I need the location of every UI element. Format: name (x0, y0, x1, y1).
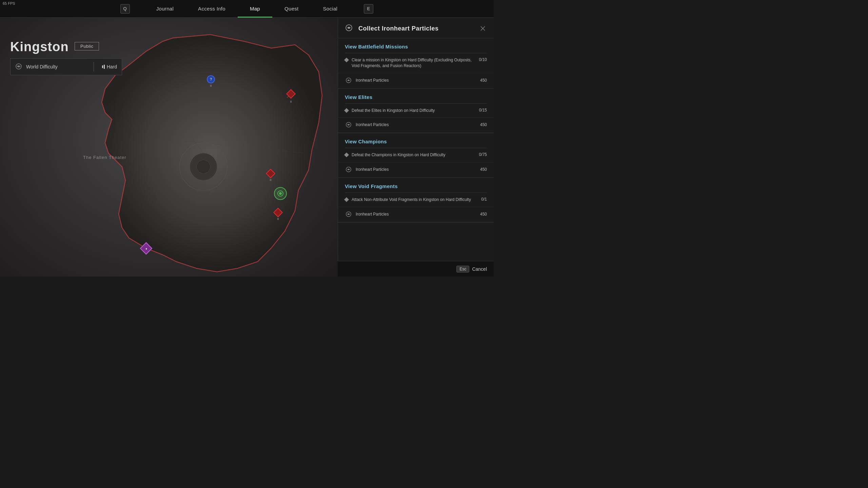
panel-header: Collect Ironheart Particles (338, 18, 494, 38)
reward-icon (345, 166, 352, 173)
mission-item-champions-0: Defeat the Champions in Kingston on Hard… (338, 148, 494, 162)
reward-icon (345, 121, 352, 128)
reward-icon (345, 210, 352, 218)
svg-point-15 (348, 169, 349, 170)
mission-text: Defeat the Elites in Kingston on Hard Di… (352, 108, 473, 114)
bottom-bar: Esc Cancel (338, 261, 494, 277)
access-info-label: Access Info (198, 6, 225, 12)
section-header-battlefield[interactable]: View Battlefield Missions (338, 38, 494, 53)
nav-tab-access-info[interactable]: Access Info (186, 0, 238, 18)
social-label: Social (323, 6, 338, 12)
mission-diamond-icon (344, 197, 349, 202)
nav-tab-quest[interactable]: Quest (272, 0, 311, 18)
reward-row-void-fragments-0: Ironheart Particles450 (338, 207, 494, 222)
section-title-champions: View Champions (345, 139, 387, 144)
section-title-void-fragments: View Void Fragments (345, 183, 398, 189)
section-elites: View ElitesDefeat the Elites in Kingston… (338, 89, 494, 134)
panel-close-button[interactable] (479, 24, 487, 33)
section-void-fragments: View Void FragmentsAttack Non-Attribute … (338, 178, 494, 223)
reward-row-champions-0: Ironheart Particles450 (338, 162, 494, 178)
mission-item-battlefield-0: Clear a mission in Kingston on Hard Diff… (338, 53, 494, 73)
cancel-label[interactable]: Cancel (472, 266, 487, 272)
reward-name: Ironheart Particles (356, 122, 477, 127)
reward-row-battlefield-0: Ironheart Particles450 (338, 73, 494, 88)
section-title-battlefield: View Battlefield Missions (345, 44, 408, 49)
nav-tabs: Q Journal Access Info Map Quest Social E (108, 0, 386, 18)
difficulty-divider (94, 62, 94, 72)
reward-amount: 450 (480, 167, 487, 172)
location-badge[interactable]: Public (75, 42, 99, 50)
reward-amount: 450 (480, 122, 487, 127)
location-name: Kingston (10, 40, 69, 54)
reward-row-elites-0: Ironheart Particles450 (338, 118, 494, 133)
panel-title: Collect Ironheart Particles (358, 25, 439, 32)
nav-tab-map[interactable]: Map (238, 0, 272, 18)
map-marker-blue[interactable]: ? II (207, 75, 215, 87)
esc-key[interactable]: Esc (456, 266, 469, 272)
world-difficulty-label: World Difficulty (26, 64, 90, 69)
svg-point-9 (348, 27, 350, 29)
mission-item-void-fragments-0: Attack Non-Attribute Void Fragments in K… (338, 193, 494, 207)
reward-name: Ironheart Particles (356, 78, 477, 83)
section-header-champions[interactable]: View Champions (338, 133, 494, 148)
map-background (0, 18, 338, 277)
map-marker-red-3[interactable]: II (275, 209, 281, 221)
map-area[interactable]: Kingston Public World Difficulty Hard Th… (0, 18, 338, 277)
map-marker-red-1[interactable]: II (288, 90, 294, 103)
world-difficulty-icon (15, 63, 23, 70)
nav-tab-social[interactable]: Social (311, 0, 350, 18)
mission-text: Defeat the Champions in Kingston on Hard… (352, 152, 473, 158)
reward-amount: 450 (480, 78, 487, 83)
panel-header-icon (345, 24, 354, 33)
mission-diamond-icon (344, 108, 349, 113)
section-header-void-fragments[interactable]: View Void Fragments (338, 178, 494, 192)
top-nav-bar: 65 FPS Q Journal Access Info Map Quest S… (0, 0, 494, 18)
nav-tab-journal[interactable]: Journal (144, 0, 186, 18)
world-difficulty-value: Hard (97, 64, 117, 69)
reward-icon (345, 77, 352, 84)
difficulty-value-text: Hard (107, 64, 117, 69)
nav-tab-e-key[interactable]: E (350, 0, 386, 18)
section-header-elites[interactable]: View Elites (338, 89, 494, 103)
mission-item-elites-0: Defeat the Elites in Kingston on Hard Di… (338, 104, 494, 118)
mission-progress: 0/15 (476, 108, 487, 113)
e-key-icon: E (364, 4, 373, 14)
reward-amount: 450 (480, 212, 487, 217)
section-battlefield: View Battlefield MissionsClear a mission… (338, 38, 494, 89)
q-key-icon: Q (120, 4, 130, 14)
mission-text: Attack Non-Attribute Void Fragments in K… (352, 197, 475, 203)
right-panel: Collect Ironheart Particles View Battlef… (338, 18, 494, 261)
mission-text: Clear a mission in Kingston on Hard Diff… (352, 57, 473, 69)
svg-point-13 (348, 124, 349, 126)
section-title-elites: View Elites (345, 94, 372, 100)
sections-container: View Battlefield MissionsClear a mission… (338, 38, 494, 223)
mission-progress: 0/75 (476, 152, 487, 157)
difficulty-bars-icon (102, 65, 105, 69)
map-label: Map (250, 6, 260, 12)
map-marker-green[interactable] (274, 187, 287, 200)
reward-name: Ironheart Particles (356, 167, 477, 172)
mission-progress: 0/10 (476, 57, 487, 62)
world-difficulty-box[interactable]: World Difficulty Hard (10, 58, 122, 75)
nav-tab-q-key[interactable]: Q (108, 0, 144, 18)
fps-counter: 65 FPS (3, 1, 15, 5)
svg-point-17 (348, 214, 349, 215)
map-marker-red-2[interactable]: II (267, 170, 274, 182)
journal-label: Journal (156, 6, 174, 12)
svg-point-11 (348, 80, 349, 81)
reward-name: Ironheart Particles (356, 212, 477, 217)
map-marker-purple[interactable]: ⬧ (142, 244, 151, 253)
mission-diamond-icon (344, 152, 349, 157)
svg-point-7 (18, 66, 19, 67)
mission-diamond-icon (344, 58, 349, 62)
mission-progress: 0/1 (478, 197, 487, 202)
section-champions: View ChampionsDefeat the Champions in Ki… (338, 133, 494, 178)
quest-label: Quest (284, 6, 299, 12)
